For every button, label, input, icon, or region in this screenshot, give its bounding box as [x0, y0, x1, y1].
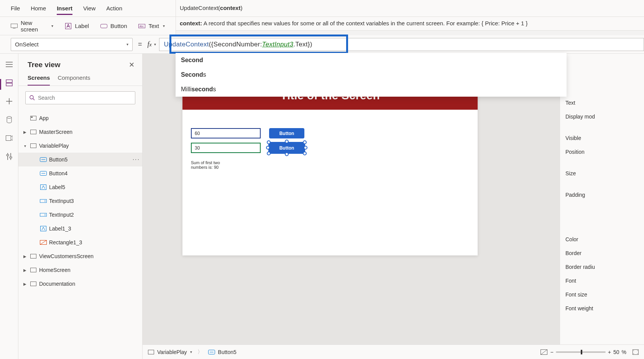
orientation-icon[interactable]: [540, 349, 547, 355]
fn-signature: UpdateContext(context): [180, 5, 242, 11]
tab-screens[interactable]: Screens: [28, 74, 50, 86]
tab-components[interactable]: Components: [58, 74, 90, 86]
collapse-icon[interactable]: ▾: [22, 144, 28, 148]
menu-insert[interactable]: Insert: [57, 5, 72, 15]
svg-rect-23: [31, 130, 36, 134]
tree-label: ViewCustomersScreen: [39, 253, 94, 259]
tools-icon[interactable]: [5, 153, 13, 160]
tree-node-control[interactable]: TextInput3: [18, 194, 142, 208]
tree-node-control[interactable]: TextInput2: [18, 208, 142, 222]
ac-option[interactable]: Second: [176, 53, 567, 68]
tree-title: Tree view: [28, 61, 61, 69]
ac-option[interactable]: Milliseconds: [176, 82, 567, 97]
tree-node-screen[interactable]: ▶ HomeScreen: [18, 263, 142, 277]
zoom-in-icon[interactable]: +: [608, 349, 611, 355]
expand-icon[interactable]: ▶: [22, 254, 28, 259]
zoom-out-icon[interactable]: −: [550, 349, 554, 355]
expand-icon[interactable]: ▶: [22, 130, 28, 134]
screen-outline-icon: [30, 143, 37, 148]
equals-label: =: [138, 40, 142, 48]
tree-search[interactable]: [25, 91, 135, 104]
formula-tail: .Text}): [293, 41, 312, 48]
hamburger-icon[interactable]: [5, 61, 13, 68]
property-dropdown[interactable]: OnSelect ▾: [11, 38, 133, 51]
data-icon[interactable]: [5, 116, 13, 124]
tree-node-control[interactable]: Label5: [18, 180, 142, 194]
zoom-slider[interactable]: [556, 351, 606, 353]
tree-node-control[interactable]: Button4: [18, 166, 142, 180]
prop-color[interactable]: Color: [560, 232, 644, 246]
prop-border[interactable]: Border: [560, 246, 644, 260]
prop-padding[interactable]: Padding: [560, 188, 644, 202]
button-button[interactable]: Button: [100, 23, 127, 29]
menu-view[interactable]: View: [83, 5, 95, 12]
prop-font[interactable]: Font: [560, 274, 644, 288]
svg-rect-38: [31, 282, 36, 286]
label-button[interactable]: Label: [65, 23, 89, 29]
tree-view-icon[interactable]: [5, 79, 13, 87]
tree-label: App: [39, 115, 49, 121]
preview-button-selected[interactable]: Button: [269, 143, 304, 153]
tree-label: HomeScreen: [39, 267, 71, 273]
svg-rect-32: [40, 213, 46, 216]
tree-node-screen[interactable]: ▶ Documentation: [18, 277, 142, 291]
chevron-down-icon: ▾: [127, 42, 128, 46]
tree-node-screen[interactable]: ▶ MasterScreen: [18, 125, 142, 139]
button-ctl-icon: [40, 171, 47, 176]
formula-input[interactable]: UpdateContext({SecondNumber: TextInput3.…: [159, 38, 644, 51]
property-value: OnSelect: [15, 41, 39, 48]
media-icon[interactable]: [5, 134, 13, 142]
prop-font-weight[interactable]: Font weight: [560, 301, 644, 315]
left-rail: [0, 54, 18, 359]
text-dd-button[interactable]: Abc Text ▾: [138, 23, 165, 29]
prop-text[interactable]: Text: [560, 96, 644, 110]
button-label: Button: [110, 23, 127, 29]
preview-textinput[interactable]: 30: [191, 143, 261, 153]
breadcrumb-control[interactable]: Button5: [218, 349, 237, 355]
device-preview: Title of the Screen 60 Button 30 Button …: [182, 81, 478, 255]
menu-home[interactable]: Home: [31, 5, 46, 12]
app-icon: [30, 115, 37, 121]
preview-textinput[interactable]: 60: [191, 128, 261, 138]
expand-icon[interactable]: ▶: [22, 268, 28, 272]
chevron-down-icon[interactable]: ▾: [190, 350, 192, 354]
close-icon[interactable]: ✕: [129, 61, 135, 69]
prop-display-mode[interactable]: Display mod: [560, 110, 644, 124]
new-screen-button[interactable]: New screen ▾: [11, 20, 53, 33]
tree-label: Label5: [49, 184, 65, 190]
prop-font-size[interactable]: Font size: [560, 288, 644, 301]
prop-position[interactable]: Position: [560, 145, 644, 159]
ac-option[interactable]: Seconds: [176, 68, 567, 82]
screen-outline-icon: [30, 254, 37, 259]
svg-rect-18: [10, 157, 12, 158]
tree-node-control[interactable]: Rectangle1_3: [18, 235, 142, 249]
more-icon[interactable]: ···: [133, 156, 140, 163]
tree-node-screen[interactable]: ▾ VariablePlay: [18, 139, 142, 153]
fx-icon: fx: [148, 40, 152, 48]
tree-node-control[interactable]: Button5 ···: [18, 153, 142, 166]
preview-button[interactable]: Button: [269, 128, 304, 138]
label-label: Label: [75, 23, 89, 29]
canvas[interactable]: Title of the Screen 60 Button 30 Button …: [143, 54, 560, 344]
menu-file[interactable]: File: [11, 5, 20, 12]
zoom-unit: %: [622, 349, 626, 355]
fit-icon[interactable]: [632, 349, 639, 355]
breadcrumb-screen[interactable]: VariablePlay: [157, 349, 187, 355]
plus-icon[interactable]: [5, 97, 13, 105]
expand-icon[interactable]: ▶: [22, 282, 28, 286]
autocomplete-popup: Second Seconds Milliseconds: [176, 53, 567, 97]
zoom-control[interactable]: − + 50 %: [550, 349, 626, 355]
selected-control[interactable]: Button: [269, 143, 304, 153]
prop-size[interactable]: Size: [560, 166, 644, 180]
tree-node-screen[interactable]: ▶ ViewCustomersScreen: [18, 249, 142, 263]
tree-node-app[interactable]: App: [18, 111, 142, 125]
search-input[interactable]: [38, 95, 131, 101]
tree-panel: Tree view ✕ Screens Components App ▶ Mas…: [18, 54, 143, 359]
prop-border-radius[interactable]: Border radiu: [560, 260, 644, 274]
textinput-ctl-icon: [40, 212, 47, 217]
chevron-down-icon: ▾: [154, 42, 156, 46]
menu-action[interactable]: Action: [106, 5, 122, 12]
prop-visible[interactable]: Visible: [560, 131, 644, 145]
new-screen-label: New screen: [21, 20, 48, 33]
tree-node-control[interactable]: Label1_3: [18, 222, 142, 235]
